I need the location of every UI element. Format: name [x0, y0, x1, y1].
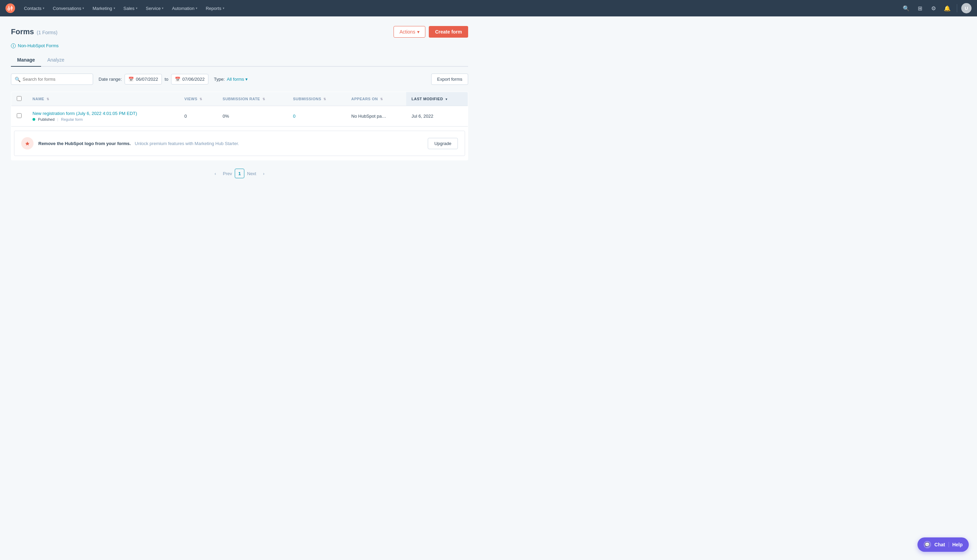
nav-marketing[interactable]: Marketing▾ — [89, 4, 118, 13]
row-checkbox-cell — [11, 106, 27, 127]
date-from-value: 06/07/2022 — [136, 77, 158, 82]
last-modified-column-header[interactable]: LAST MODIFIED ▾ — [406, 92, 468, 106]
upgrade-banner: Remove the HubSpot logo from your forms.… — [14, 131, 465, 156]
row-checkbox[interactable] — [17, 113, 22, 118]
submission-rate-column-header[interactable]: SUBMISSION RATE ⇅ — [217, 92, 288, 106]
type-value: All forms — [227, 77, 244, 82]
form-submission-rate-cell: 0% — [217, 106, 288, 127]
prev-page-label[interactable]: Prev — [223, 171, 232, 176]
table-row: New registration form (July 6, 2022 4:01… — [11, 106, 468, 127]
form-meta: Published | Regular form — [33, 117, 173, 122]
chevron-down-icon: ▾ — [417, 29, 420, 35]
next-page-arrow[interactable]: › — [259, 168, 268, 178]
top-navigation: Contacts▾ Conversations▾ Marketing▾ Sale… — [0, 0, 977, 17]
tab-manage[interactable]: Manage — [11, 54, 41, 67]
actions-button[interactable]: Actions ▾ — [393, 26, 425, 38]
tab-analyze[interactable]: Analyze — [41, 54, 70, 67]
prev-page-arrow[interactable]: ‹ — [210, 168, 220, 178]
views-column-header[interactable]: VIEWS ⇅ — [179, 92, 217, 106]
nav-automation[interactable]: Automation▾ — [168, 4, 201, 13]
views-sort-icon: ⇅ — [200, 97, 203, 101]
date-to-input[interactable]: 📅 07/06/2022 — [171, 74, 208, 85]
upgrade-button[interactable]: Upgrade — [428, 138, 458, 149]
submissions-link[interactable]: 0 — [293, 113, 295, 119]
non-hubspot-forms-link[interactable]: i Non-HubSpot Forms — [11, 43, 468, 48]
form-submissions-cell: 0 — [287, 106, 346, 127]
header-actions: Actions ▾ Create form — [393, 26, 468, 38]
type-dropdown[interactable]: All forms ▾ — [227, 77, 248, 82]
form-count: (1 Forms) — [37, 30, 57, 35]
appears-on-sort-icon: ⇅ — [380, 97, 383, 101]
marketplace-icon[interactable]: ⊞ — [914, 3, 925, 14]
nav-contacts[interactable]: Contacts▾ — [20, 4, 48, 13]
name-column-header[interactable]: NAME ⇅ — [27, 92, 179, 106]
upgrade-text: Remove the HubSpot logo from your forms.… — [38, 141, 423, 146]
nav-conversations[interactable]: Conversations▾ — [49, 4, 88, 13]
hubspot-logo[interactable] — [5, 3, 15, 13]
select-all-checkbox[interactable] — [17, 96, 22, 101]
type-section: Type: All forms ▾ — [214, 77, 248, 82]
filter-row: 🔍 Date range: 📅 06/07/2022 to 📅 07/06/20… — [11, 73, 468, 85]
select-all-column — [11, 92, 27, 106]
form-appears-on-cell: No HubSpot pa… — [346, 106, 406, 127]
submission-rate-sort-icon: ⇅ — [262, 97, 265, 101]
nav-service[interactable]: Service▾ — [142, 4, 167, 13]
submissions-sort-icon: ⇅ — [323, 97, 327, 101]
tab-bar: Manage Analyze — [11, 54, 468, 67]
user-avatar[interactable]: U — [961, 3, 972, 13]
nav-reports[interactable]: Reports▾ — [202, 4, 228, 13]
calendar-icon-2: 📅 — [175, 77, 180, 82]
notifications-icon[interactable]: 🔔 — [942, 3, 953, 14]
date-range-label: Date range: — [98, 77, 122, 82]
search-icon[interactable]: 🔍 — [901, 3, 912, 14]
date-from-input[interactable]: 📅 06/07/2022 — [125, 74, 162, 85]
forms-table: NAME ⇅ VIEWS ⇅ SUBMISSION RATE ⇅ SUBMISS… — [11, 92, 468, 160]
status-dot — [33, 118, 35, 121]
export-forms-button[interactable]: Export forms — [431, 73, 468, 85]
form-status: Published — [38, 117, 54, 122]
page-title: Forms — [11, 27, 34, 36]
date-range-section: Date range: 📅 06/07/2022 to 📅 07/06/2022 — [98, 74, 208, 85]
next-page-label[interactable]: Next — [247, 171, 256, 176]
form-type: Regular form — [61, 117, 83, 122]
settings-icon[interactable]: ⚙ — [928, 3, 939, 14]
info-icon: i — [11, 43, 16, 48]
upgrade-banner-row: Remove the HubSpot logo from your forms.… — [11, 127, 468, 160]
form-name-cell: New registration form (July 6, 2022 4:01… — [27, 106, 179, 127]
search-icon: 🔍 — [15, 77, 20, 82]
upgrade-description: Unlock premium features with Marketing H… — [135, 141, 239, 146]
create-form-button[interactable]: Create form — [429, 26, 468, 38]
form-last-modified-cell: Jul 6, 2022 — [406, 106, 468, 127]
name-sort-icon: ⇅ — [47, 97, 50, 101]
last-modified-sort-icon: ▾ — [445, 97, 448, 101]
pagination: ‹ Prev 1 Next › — [11, 168, 468, 178]
svg-point-0 — [5, 3, 15, 13]
nav-sales[interactable]: Sales▾ — [120, 4, 141, 13]
submissions-column-header[interactable]: SUBMISSIONS ⇅ — [287, 92, 346, 106]
date-to-value: 07/06/2022 — [182, 77, 205, 82]
calendar-icon: 📅 — [128, 77, 134, 82]
upgrade-icon — [21, 137, 33, 150]
upgrade-banner-cell: Remove the HubSpot logo from your forms.… — [11, 127, 468, 160]
search-box[interactable]: 🔍 — [11, 73, 93, 85]
current-page-number[interactable]: 1 — [235, 168, 244, 178]
form-name-link[interactable]: New registration form (July 6, 2022 4:01… — [33, 111, 137, 116]
type-label: Type: — [214, 77, 225, 82]
page-header: Forms (1 Forms) Actions ▾ Create form — [11, 26, 468, 38]
appears-on-column-header[interactable]: APPEARS ON ⇅ — [346, 92, 406, 106]
search-input[interactable] — [23, 74, 89, 85]
form-views-cell: 0 — [179, 106, 217, 127]
date-to-separator: to — [165, 77, 168, 82]
upgrade-title: Remove the HubSpot logo from your forms. — [38, 141, 131, 146]
chevron-down-icon: ▾ — [245, 77, 248, 82]
